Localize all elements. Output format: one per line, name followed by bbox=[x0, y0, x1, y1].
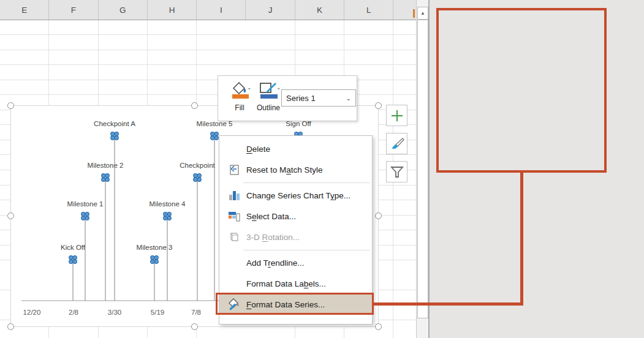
column-header-I[interactable]: I bbox=[197, 0, 246, 20]
chart-handle-bottom-left[interactable] bbox=[7, 323, 14, 330]
vertical-scrollbar[interactable]: ▲ bbox=[416, 0, 428, 338]
menu-separator bbox=[219, 180, 372, 185]
column-headers: EFGHIJKL bbox=[0, 0, 416, 20]
chevron-down-icon: ⌄ bbox=[346, 95, 355, 102]
column-header-K[interactable]: K bbox=[295, 0, 344, 20]
chart-filters-button[interactable] bbox=[386, 161, 407, 182]
annotation-connector-horizontal bbox=[374, 302, 521, 306]
menu-item-label: Add Trendline... bbox=[246, 258, 305, 268]
scroll-up-arrow-icon[interactable]: ▲ bbox=[417, 7, 428, 20]
rotation-3d-icon bbox=[227, 230, 241, 244]
select-data-icon bbox=[227, 209, 241, 223]
column-header-L[interactable]: L bbox=[344, 0, 393, 20]
menu-item-reset-to-match-style[interactable]: Reset to Match Style bbox=[219, 159, 372, 180]
chart-handle-middle-left[interactable] bbox=[7, 212, 14, 219]
menu-item-label: Format Data Labels... bbox=[246, 279, 326, 288]
menu-item-3-d-rotation: 3-D Rotation... bbox=[219, 227, 372, 247]
svg-text:Milestone 1: Milestone 1 bbox=[67, 200, 104, 208]
svg-text:5/19: 5/19 bbox=[151, 309, 164, 316]
chart-styles-button[interactable] bbox=[386, 133, 407, 154]
series-selector-value: Series 1 bbox=[282, 94, 346, 103]
svg-text:7/8: 7/8 bbox=[191, 309, 201, 316]
chart-handle-top-right[interactable] bbox=[375, 102, 382, 109]
svg-text:2/8: 2/8 bbox=[69, 309, 78, 316]
plus-icon bbox=[390, 109, 404, 122]
column-header-F[interactable]: F bbox=[49, 0, 98, 20]
chart-type-icon bbox=[227, 189, 241, 202]
series-selector[interactable]: Series 1 ⌄ bbox=[281, 89, 356, 107]
column-header-H[interactable]: H bbox=[148, 0, 197, 20]
pen-outline-icon bbox=[259, 81, 278, 99]
menu-item-add-trendline[interactable]: Add Trendline... bbox=[219, 252, 372, 273]
menu-item-change-series-chart-type[interactable]: Change Series Chart Type... bbox=[219, 185, 372, 206]
chart-handle-bottom-right[interactable] bbox=[375, 323, 382, 330]
menu-separator bbox=[219, 247, 372, 252]
svg-text:12/20: 12/20 bbox=[23, 309, 41, 316]
menu-item-label: 3-D Rotation... bbox=[246, 233, 300, 242]
annotation-box-panel bbox=[436, 8, 607, 173]
column-header-E[interactable]: E bbox=[0, 0, 49, 20]
chart-handle-top-middle[interactable] bbox=[191, 102, 198, 109]
svg-text:Milestone 4: Milestone 4 bbox=[150, 200, 186, 208]
outline-dropdown-icon[interactable]: ⌄ bbox=[276, 85, 281, 91]
svg-text:Milestone 2: Milestone 2 bbox=[88, 162, 124, 169]
fill-dropdown-icon[interactable]: ⌄ bbox=[247, 85, 252, 91]
mini-toolbar: Fill ⌄ Outline ⌄ Series 1 ⌄ bbox=[218, 75, 357, 121]
svg-text:Checkpoint: Checkpoint bbox=[180, 162, 215, 169]
excel-window: EFGHIJKL 12/202/83/305/197/8Kick OffMile… bbox=[0, 0, 644, 338]
annotation-connector-vertical bbox=[520, 173, 523, 306]
scrollbar-thumb[interactable] bbox=[417, 20, 428, 318]
chart-handle-bottom-middle[interactable] bbox=[191, 323, 198, 330]
menu-item-delete[interactable]: Delete bbox=[219, 138, 372, 159]
orange-marker bbox=[413, 9, 415, 18]
menu-item-format-data-labels[interactable]: Format Data Labels... bbox=[219, 273, 372, 294]
annotation-box-menu-item bbox=[216, 293, 374, 315]
svg-text:Kick Off: Kick Off bbox=[61, 244, 86, 251]
funnel-icon bbox=[390, 165, 404, 179]
paint-bucket-icon bbox=[230, 81, 249, 99]
column-header-G[interactable]: G bbox=[99, 0, 148, 20]
reset-style-icon bbox=[227, 163, 241, 176]
outline-label: Outline bbox=[254, 103, 283, 112]
menu-item-label: Select Data... bbox=[246, 212, 296, 221]
column-header-J[interactable]: J bbox=[246, 0, 295, 20]
brush-icon bbox=[390, 137, 404, 151]
chart-handle-middle-right[interactable] bbox=[375, 212, 382, 219]
chart-elements-button[interactable] bbox=[386, 105, 407, 126]
svg-text:3/30: 3/30 bbox=[108, 309, 121, 316]
svg-text:Checkpoint A: Checkpoint A bbox=[94, 120, 135, 127]
menu-item-label: Change Series Chart Type... bbox=[246, 191, 350, 200]
menu-item-label: Delete bbox=[246, 145, 270, 154]
chart-handle-top-left[interactable] bbox=[7, 102, 14, 109]
fill-label: Fill bbox=[226, 103, 253, 112]
menu-item-label: Reset to Match Style bbox=[246, 165, 323, 175]
menu-item-select-data[interactable]: Select Data... bbox=[219, 206, 372, 227]
